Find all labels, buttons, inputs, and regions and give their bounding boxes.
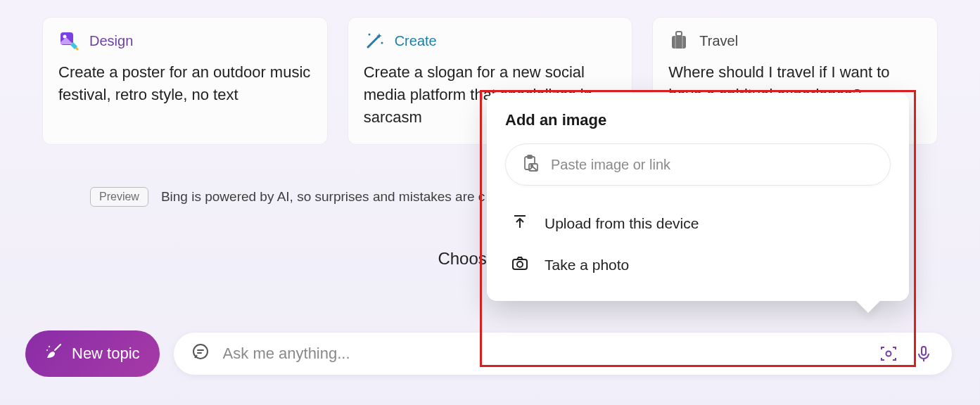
ask-input[interactable] — [223, 345, 865, 363]
microphone-button[interactable] — [912, 342, 935, 365]
card-title: Create — [395, 33, 437, 49]
chat-icon — [191, 342, 210, 365]
paste-image-field[interactable] — [505, 143, 891, 186]
preview-badge: Preview — [90, 187, 148, 207]
take-photo-button[interactable]: Take a photo — [505, 244, 891, 285]
svg-point-9 — [46, 349, 48, 351]
svg-point-2 — [368, 34, 370, 36]
ask-bar — [174, 333, 952, 375]
preview-disclaimer: Bing is powered by AI, so surprises and … — [161, 189, 485, 205]
card-title: Design — [89, 33, 133, 49]
svg-rect-14 — [922, 347, 926, 355]
suggestion-card-design[interactable]: Design Create a poster for an outdoor mu… — [42, 17, 328, 145]
svg-rect-6 — [675, 36, 676, 49]
take-photo-label: Take a photo — [545, 257, 629, 274]
svg-point-8 — [49, 346, 50, 347]
wand-icon — [364, 30, 385, 51]
design-icon — [58, 30, 79, 51]
svg-point-13 — [886, 352, 891, 356]
image-search-button[interactable] — [877, 342, 900, 365]
upload-from-device-button[interactable]: Upload from this device — [505, 202, 891, 244]
new-topic-button[interactable]: New topic — [25, 330, 160, 377]
broom-icon — [45, 343, 62, 364]
clipboard-image-icon — [521, 154, 540, 175]
camera-icon — [511, 254, 529, 276]
upload-label: Upload from this device — [545, 215, 699, 232]
upload-icon — [511, 212, 529, 234]
new-topic-label: New topic — [72, 345, 140, 363]
svg-point-21 — [517, 262, 523, 267]
svg-rect-5 — [676, 32, 682, 36]
luggage-icon — [668, 30, 689, 51]
popover-title: Add an image — [505, 111, 891, 129]
add-image-popover: Add an image Upload from this device Tak… — [487, 93, 909, 301]
card-title: Travel — [699, 33, 738, 49]
svg-point-3 — [381, 42, 383, 44]
card-body: Create a poster for an outdoor music fes… — [58, 61, 312, 106]
svg-rect-7 — [682, 36, 683, 49]
popover-tail — [856, 289, 880, 313]
svg-rect-4 — [672, 36, 686, 49]
paste-image-input[interactable] — [551, 157, 874, 173]
